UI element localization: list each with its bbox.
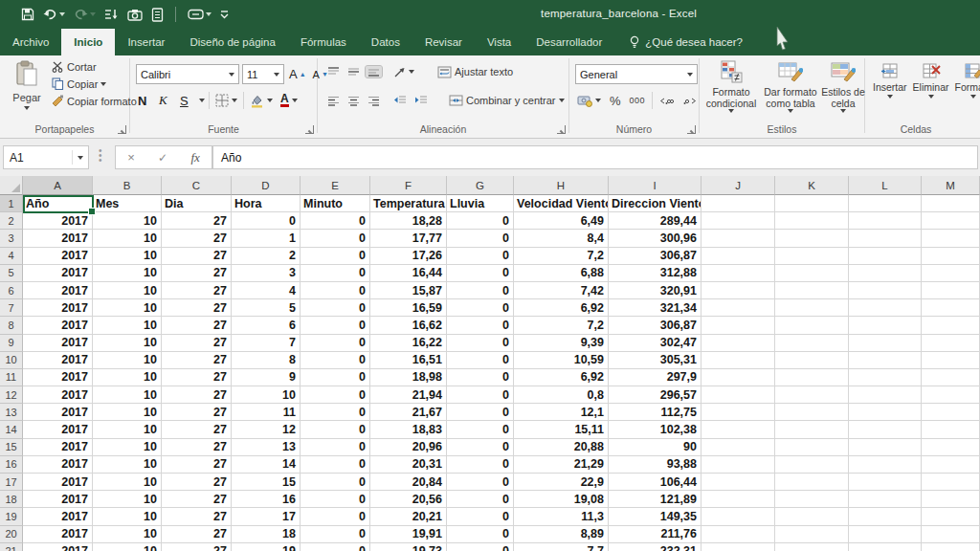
cell-L15[interactable] — [849, 439, 922, 456]
cell-C7[interactable]: 27 — [162, 299, 232, 317]
increase-font-button[interactable]: A▲ — [287, 67, 308, 81]
chevron-down-icon[interactable] — [928, 95, 934, 99]
column-header-M[interactable]: M — [922, 176, 980, 195]
cell-C10[interactable]: 27 — [162, 352, 232, 369]
insert-function-icon[interactable]: fx — [190, 150, 199, 165]
delete-cells-button[interactable]: Eliminar — [913, 55, 949, 99]
cell-L9[interactable] — [849, 335, 922, 352]
column-header-C[interactable]: C — [162, 176, 232, 195]
cell-A8[interactable]: 2017 — [23, 317, 93, 334]
save-icon[interactable] — [21, 8, 34, 21]
column-header-L[interactable]: L — [849, 176, 922, 195]
chevron-down-icon[interactable] — [687, 73, 693, 77]
cell-B12[interactable]: 10 — [93, 386, 162, 404]
cell-D21[interactable]: 19 — [232, 543, 301, 551]
align-middle-button[interactable] — [345, 66, 362, 77]
cell-F13[interactable]: 21,67 — [370, 404, 447, 421]
wrap-text-button[interactable]: Ajustar texto — [435, 66, 515, 78]
font-name-combo[interactable]: Calibri — [136, 64, 239, 84]
cell-G19[interactable]: 0 — [447, 508, 514, 525]
chevron-down-icon[interactable] — [267, 99, 273, 102]
cell-H12[interactable]: 0,8 — [514, 386, 609, 404]
cell-F15[interactable]: 20,96 — [370, 439, 447, 456]
row-header-7[interactable]: 7 — [0, 299, 23, 317]
cell-D11[interactable]: 9 — [232, 369, 301, 386]
chevron-down-icon[interactable] — [970, 95, 976, 99]
cell-D2[interactable]: 0 — [232, 212, 301, 230]
cell-C17[interactable]: 27 — [162, 474, 232, 491]
cell-J16[interactable] — [702, 456, 775, 474]
cell-K18[interactable] — [775, 491, 849, 508]
cell-J10[interactable] — [702, 352, 775, 369]
decrease-decimal-button[interactable] — [680, 96, 699, 106]
decrease-indent-button[interactable] — [391, 95, 409, 106]
cell-I4[interactable]: 306,87 — [609, 248, 702, 265]
cell-H21[interactable]: 7,7 — [514, 543, 609, 551]
row-header-11[interactable]: 11 — [0, 369, 23, 386]
cell-B10[interactable]: 10 — [93, 352, 162, 369]
cell-K16[interactable] — [775, 456, 849, 474]
cell-I6[interactable]: 320,91 — [609, 282, 702, 299]
cell-F19[interactable]: 20,21 — [370, 508, 447, 525]
cell-M18[interactable] — [922, 491, 980, 508]
enter-icon[interactable]: ✓ — [158, 151, 167, 165]
cell-K3[interactable] — [775, 230, 849, 247]
underline-button[interactable]: S — [178, 94, 195, 108]
tab-desarrollador[interactable]: Desarrollador — [523, 29, 614, 55]
cell-C8[interactable]: 27 — [162, 317, 232, 334]
cell-H7[interactable]: 6,92 — [514, 299, 609, 317]
cell-A19[interactable]: 2017 — [23, 508, 93, 525]
cell-L19[interactable] — [849, 508, 922, 525]
cell-J2[interactable] — [702, 212, 775, 230]
increase-indent-button[interactable] — [412, 95, 430, 106]
cell-C18[interactable]: 27 — [162, 491, 232, 508]
cell-E17[interactable]: 0 — [301, 474, 370, 491]
cell-J17[interactable] — [702, 474, 775, 491]
cell-L20[interactable] — [849, 526, 922, 543]
cell-A21[interactable]: 2017 — [23, 543, 93, 551]
cell-G16[interactable]: 0 — [447, 456, 514, 474]
cell-D3[interactable]: 1 — [232, 230, 301, 247]
cell-D1[interactable]: Hora — [232, 195, 301, 212]
tab-datos[interactable]: Datos — [359, 29, 412, 55]
cell-H19[interactable]: 11,3 — [514, 508, 609, 525]
cell-H13[interactable]: 12,1 — [514, 404, 609, 421]
cell-B1[interactable]: Mes — [93, 195, 162, 212]
cell-E8[interactable]: 0 — [301, 317, 370, 334]
cell-I20[interactable]: 211,76 — [609, 526, 702, 543]
cell-B11[interactable]: 10 — [93, 369, 162, 386]
cell-F16[interactable]: 20,31 — [370, 456, 447, 474]
cell-D13[interactable]: 11 — [232, 404, 301, 421]
orientation-button[interactable] — [391, 66, 416, 78]
cell-D12[interactable]: 10 — [232, 386, 301, 404]
cell-G18[interactable]: 0 — [447, 491, 514, 508]
tell-me-search[interactable]: ¿Qué desea hacer? — [630, 29, 743, 55]
cell-C3[interactable]: 27 — [162, 230, 232, 247]
cell-J18[interactable] — [702, 491, 775, 508]
align-bottom-button[interactable] — [366, 66, 382, 77]
cell-M6[interactable] — [922, 282, 980, 299]
cell-K2[interactable] — [775, 212, 849, 230]
column-header-D[interactable]: D — [232, 176, 301, 195]
cell-I2[interactable]: 289,44 — [609, 212, 702, 230]
cell-A2[interactable]: 2017 — [23, 212, 93, 230]
cell-E19[interactable]: 0 — [301, 508, 370, 525]
cell-C4[interactable]: 27 — [162, 248, 232, 265]
cell-G12[interactable]: 0 — [447, 386, 514, 404]
cell-L17[interactable] — [849, 474, 922, 491]
cell-E13[interactable]: 0 — [301, 404, 370, 421]
cell-J15[interactable] — [702, 439, 775, 456]
cell-I1[interactable]: Direccion Viento — [609, 195, 702, 212]
row-header-5[interactable]: 5 — [0, 265, 23, 282]
cell-L11[interactable] — [849, 369, 922, 386]
chevron-down-icon[interactable] — [595, 99, 601, 102]
number-format-combo[interactable]: General — [575, 64, 698, 84]
cell-F10[interactable]: 16,51 — [370, 352, 447, 369]
cell-B20[interactable]: 10 — [93, 526, 162, 543]
cell-K4[interactable] — [775, 248, 849, 265]
cell-B8[interactable]: 10 — [93, 317, 162, 334]
cell-K12[interactable] — [775, 386, 849, 404]
chevron-down-icon[interactable] — [274, 73, 279, 77]
cell-I11[interactable]: 297,9 — [609, 369, 702, 386]
align-center-button[interactable] — [345, 95, 362, 106]
